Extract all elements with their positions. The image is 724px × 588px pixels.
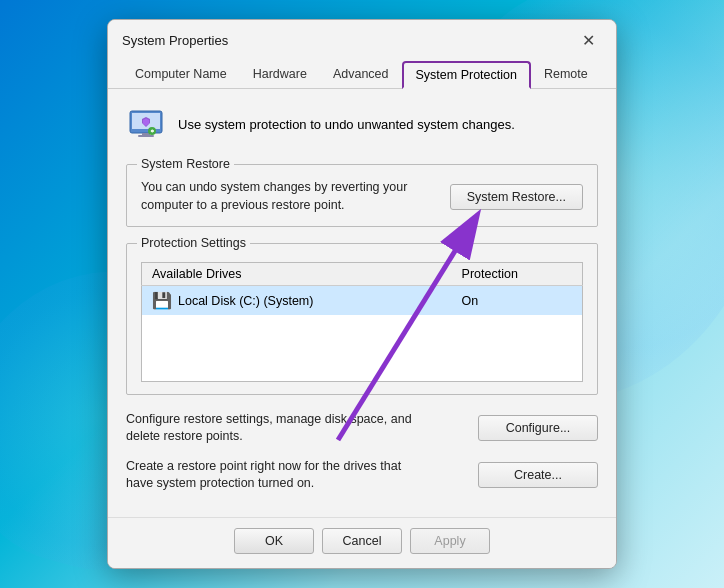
shield-monitor-svg	[126, 103, 166, 143]
footer-buttons: OK Cancel Apply	[108, 517, 616, 568]
system-restore-button[interactable]: System Restore...	[450, 184, 583, 210]
cancel-button[interactable]: Cancel	[322, 528, 402, 554]
create-description: Create a restore point right now for the…	[126, 458, 416, 493]
tab-system-protection[interactable]: System Protection	[402, 61, 531, 89]
protection-status-cell: On	[452, 286, 583, 316]
system-restore-label: System Restore	[137, 157, 234, 171]
top-description-row: Use system protection to undo unwanted s…	[126, 103, 598, 146]
drive-icon: 💾	[152, 291, 172, 310]
system-restore-row: You can undo system changes by reverting…	[141, 175, 583, 214]
svg-rect-3	[138, 135, 154, 137]
protection-settings-section: Protection Settings Available Drives Pro…	[126, 243, 598, 395]
title-bar: System Properties ✕	[108, 20, 616, 56]
table-empty-row-2	[142, 337, 583, 359]
dialog-content: Use system protection to undo unwanted s…	[108, 89, 616, 517]
table-empty-row-1	[142, 315, 583, 337]
tab-hardware[interactable]: Hardware	[240, 61, 320, 89]
create-row: Create a restore point right now for the…	[126, 458, 598, 493]
create-button[interactable]: Create...	[478, 462, 598, 488]
tab-remote[interactable]: Remote	[531, 61, 601, 89]
configure-description: Configure restore settings, manage disk …	[126, 411, 416, 446]
drive-name-cell: 💾 Local Disk (C:) (System)	[142, 286, 452, 316]
tab-bar: Computer Name Hardware Advanced System P…	[108, 56, 616, 89]
protection-settings-label: Protection Settings	[137, 236, 250, 250]
system-restore-section: System Restore You can undo system chang…	[126, 164, 598, 227]
ok-button[interactable]: OK	[234, 528, 314, 554]
system-restore-description: You can undo system changes by reverting…	[141, 179, 421, 214]
apply-button: Apply	[410, 528, 490, 554]
system-protection-icon	[126, 103, 166, 146]
top-description-text: Use system protection to undo unwanted s…	[178, 117, 515, 132]
col-protection: Protection	[452, 263, 583, 286]
table-empty-row-3	[142, 359, 583, 381]
protection-table: Available Drives Protection 💾 Local Disk…	[141, 262, 583, 382]
col-available-drives: Available Drives	[142, 263, 452, 286]
configure-row: Configure restore settings, manage disk …	[126, 411, 598, 446]
system-properties-dialog: System Properties ✕ Computer Name Hardwa…	[107, 19, 617, 569]
tab-advanced[interactable]: Advanced	[320, 61, 402, 89]
close-button[interactable]: ✕	[574, 30, 602, 50]
dialog-title: System Properties	[122, 33, 228, 48]
configure-button[interactable]: Configure...	[478, 415, 598, 441]
table-row[interactable]: 💾 Local Disk (C:) (System) On	[142, 286, 583, 316]
tab-computer-name[interactable]: Computer Name	[122, 61, 240, 89]
